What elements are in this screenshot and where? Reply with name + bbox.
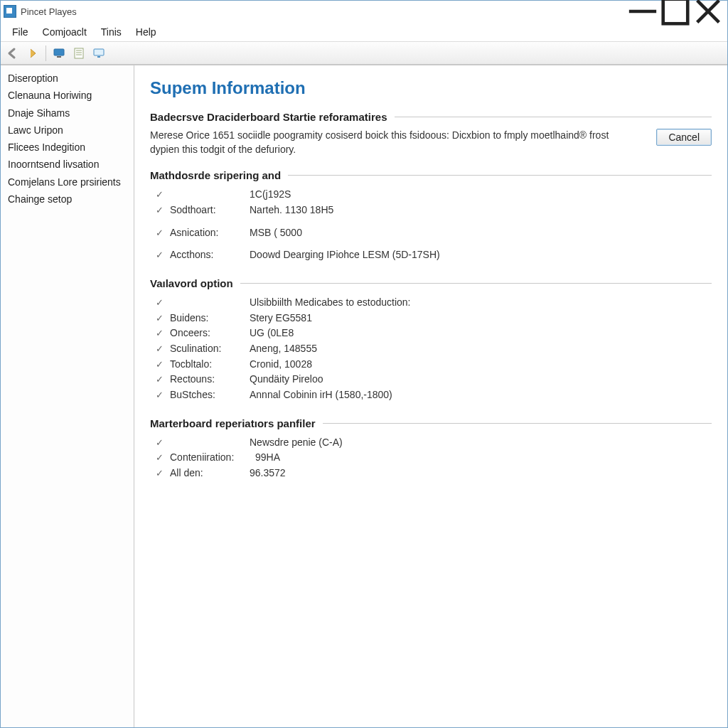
app-window: Pincet Playes File Comjoaclt Tinis Help <box>0 0 728 728</box>
intro-row: Merese Orice 1651 sociidle poogramity co… <box>150 129 712 156</box>
sidebar-item-inoorntsend[interactable]: Inoorntsend livsation <box>1 156 134 173</box>
sidebar: Diseroption Clenauna Horiwing Dnaje Siha… <box>1 65 134 727</box>
kv-label: All den: <box>170 466 250 481</box>
section4-header: Marterboard reperiatıors panfiler <box>150 417 712 429</box>
kv-label: Conteniiration: <box>170 450 255 466</box>
toolbar-forward-button[interactable] <box>23 45 42 62</box>
section4-list: ✓ Newsdre penie (C-A) ✓ Conteniiration: … <box>156 435 712 481</box>
kv-row: ✓ Ulsibbiilth Medicabes to estoduction: <box>156 295 712 311</box>
menu-help[interactable]: Help <box>129 24 164 40</box>
section3-list: ✓ Ulsibbiilth Medicabes to estoduction: … <box>156 295 712 403</box>
maximize-button[interactable] <box>659 1 692 22</box>
kv-row: ✓ Conteniiration: 99HA <box>156 450 712 466</box>
kv-row: ✓ Sodthoart: Narteh. 1130 18H5 <box>156 203 712 218</box>
svg-rect-6 <box>75 48 83 58</box>
kv-label: Buidens: <box>170 311 250 326</box>
kv-row: ✓ BuStches: Annnal Cobinin irH (1580,-18… <box>156 387 712 403</box>
kv-value: Qundäity Pireloo <box>250 372 712 387</box>
kv-value: MSB ( 5000 <box>250 225 712 241</box>
window-buttons <box>626 1 724 22</box>
check-icon: ✓ <box>156 203 170 218</box>
section1-label: Badecrsve Draciderboard Startie reforama… <box>150 111 387 123</box>
toolbar-separator <box>46 46 46 61</box>
menu-comjoaclt[interactable]: Comjoaclt <box>36 24 94 40</box>
kv-value: Stery EG5581 <box>250 311 712 326</box>
section3-header: Vaılavord option <box>150 277 712 289</box>
kv-row: ✓ Buidens: Stery EG5581 <box>156 311 712 326</box>
kv-value: UG (0LE8 <box>250 326 712 341</box>
check-icon: ✓ <box>156 247 170 262</box>
section4-rule <box>323 423 712 424</box>
kv-value: Ulsibbiilth Medicabes to estoduction: <box>250 295 712 311</box>
kv-row: ✓ All den: 96.3572 <box>156 466 712 481</box>
svg-rect-10 <box>94 49 104 55</box>
sidebar-item-dnaje-sihams[interactable]: Dnaje Sihams <box>1 105 134 122</box>
kv-row: ✓ Rectouns: Qundäity Pireloo <box>156 372 712 387</box>
check-icon: ✓ <box>156 387 170 402</box>
menu-tinis[interactable]: Tinis <box>94 24 129 40</box>
kv-value: Newsdre penie (C-A) <box>250 435 712 451</box>
kv-value: 1C(j192S <box>250 187 712 203</box>
toolbar-display-button[interactable] <box>90 45 108 62</box>
menubar: File Comjoaclt Tinis Help <box>1 22 727 42</box>
kv-value: Narteh. 1130 18H5 <box>250 203 712 218</box>
kv-label: Tocbltalo: <box>170 357 250 373</box>
main-content: Supem Information Badecrsve Draciderboar… <box>134 65 727 727</box>
kv-row: ✓ 1C(j192S <box>156 187 712 203</box>
svg-rect-11 <box>97 56 100 58</box>
svg-rect-4 <box>54 49 64 55</box>
check-icon: ✓ <box>156 466 170 481</box>
kv-row: ✓ Onceers: UG (0LE8 <box>156 326 712 341</box>
kv-value: 96.3572 <box>250 466 712 481</box>
section2-rule <box>288 175 712 176</box>
display-icon <box>92 47 105 60</box>
section3-label: Vaılavord option <box>150 277 233 289</box>
kv-label: Sculination: <box>170 341 250 357</box>
section4-label: Marterboard reperiatıors panfiler <box>150 417 316 429</box>
toolbar-document-button[interactable] <box>70 45 88 62</box>
monitor-icon <box>53 47 65 60</box>
page-title: Supem Information <box>150 78 712 98</box>
sidebar-item-comjelans[interactable]: Comjelans Lore prsirients <box>1 173 134 191</box>
app-title: Pincet Playes <box>21 6 77 17</box>
svg-rect-5 <box>57 56 61 58</box>
kv-value: 99HA <box>255 450 712 466</box>
toolbar-back-button[interactable] <box>4 45 22 62</box>
kv-value: Doowd Dearging IPiohce LESM (5D-17SH) <box>250 247 712 263</box>
toolbar-monitor-button[interactable] <box>50 45 68 62</box>
check-icon: ✓ <box>156 225 170 240</box>
svg-rect-1 <box>663 0 688 23</box>
close-button[interactable] <box>692 1 724 22</box>
sidebar-item-chainge-setop[interactable]: Chainge setop <box>1 191 134 208</box>
cancel-button[interactable]: Cancel <box>656 129 712 146</box>
kv-value: Annnal Cobinin irH (1580,-1800) <box>250 387 712 403</box>
sidebar-item-flicees-indegition[interactable]: Flicees Indegition <box>1 139 134 156</box>
arrow-right-icon <box>26 47 39 60</box>
check-icon: ✓ <box>156 357 170 372</box>
minimize-button[interactable] <box>626 1 659 22</box>
check-icon: ✓ <box>156 187 170 202</box>
section2-list: ✓ 1C(j192S ✓ Sodthoart: Narteh. 1130 18H… <box>156 187 712 263</box>
sidebar-item-diseroption[interactable]: Diseroption <box>1 70 134 87</box>
section1-rule <box>395 117 712 117</box>
kv-row: ✓ Newsdre penie (C-A) <box>156 435 712 451</box>
app-icon <box>4 5 16 18</box>
section1-header: Badecrsve Draciderboard Startie reforama… <box>150 111 712 123</box>
section3-rule <box>240 283 712 284</box>
check-icon: ✓ <box>156 341 170 356</box>
sidebar-item-lawc-uripon[interactable]: Lawc Uripon <box>1 122 134 139</box>
check-icon: ✓ <box>156 311 170 326</box>
kv-label: BuStches: <box>170 387 250 403</box>
titlebar: Pincet Playes <box>1 1 727 22</box>
document-icon <box>73 47 85 60</box>
sidebar-item-clenauna-horiwing[interactable]: Clenauna Horiwing <box>1 87 134 104</box>
menu-file[interactable]: File <box>5 24 36 40</box>
section2-header: Mathdosrde sripering and <box>150 169 712 181</box>
section2-label: Mathdosrde sripering and <box>150 169 281 181</box>
check-icon: ✓ <box>156 326 170 341</box>
check-icon: ✓ <box>156 435 170 450</box>
kv-row: ✓ Asnication: MSB ( 5000 <box>156 225 712 241</box>
kv-value: Aneng, 148555 <box>250 341 712 357</box>
body: Diseroption Clenauna Horiwing Dnaje Siha… <box>1 65 727 727</box>
kv-label: Rectouns: <box>170 372 250 387</box>
